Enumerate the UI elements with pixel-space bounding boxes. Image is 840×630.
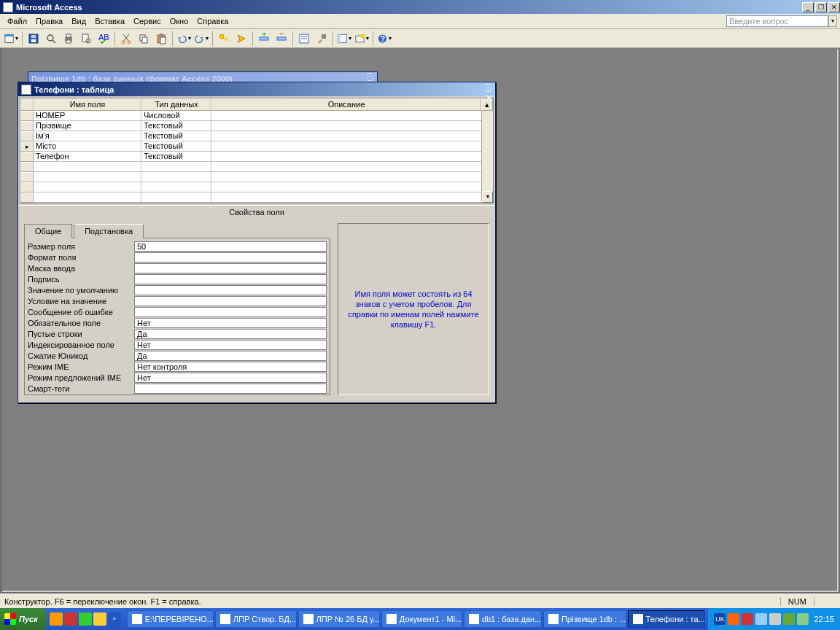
database-window-button[interactable] [336, 31, 352, 47]
taskbar-task[interactable]: ЛПР Створ. БД... [215, 610, 297, 628]
print-preview-button[interactable] [78, 31, 94, 47]
field-name-cell[interactable] [34, 182, 141, 192]
table-row[interactable]: Ім'яТекстовый [20, 131, 493, 141]
field-name-cell[interactable]: НОМЕР [34, 111, 141, 121]
property-value[interactable] [134, 274, 327, 284]
property-value[interactable] [134, 384, 327, 394]
field-type-cell[interactable] [141, 192, 211, 203]
designer-maximize-button[interactable]: □ [486, 85, 492, 93]
close-button[interactable]: ✕ [828, 2, 840, 12]
row-selector-header[interactable] [20, 98, 34, 111]
column-header-name[interactable]: Имя поля [34, 98, 141, 111]
property-value[interactable]: Нет контроля [134, 362, 327, 372]
property-value[interactable] [134, 307, 327, 317]
field-name-cell[interactable] [34, 172, 141, 182]
tab-lookup[interactable]: Подстановка [74, 224, 144, 238]
restore-button[interactable]: ❐ [815, 2, 827, 12]
field-type-cell[interactable]: Текстовый [141, 121, 211, 131]
row-selector[interactable] [20, 121, 34, 131]
field-desc-cell[interactable] [211, 121, 493, 131]
row-selector[interactable] [20, 192, 34, 203]
paste-button[interactable] [153, 31, 169, 47]
taskbar-task[interactable]: ЛПР № 26 БД у... [298, 610, 380, 628]
save-button[interactable] [26, 31, 42, 47]
property-value[interactable]: Нет [134, 318, 327, 328]
row-selector[interactable] [20, 162, 34, 172]
ask-a-question-box[interactable]: Введите вопрос [726, 15, 828, 27]
field-desc-cell[interactable] [211, 182, 493, 192]
field-desc-cell[interactable] [211, 162, 493, 172]
field-desc-cell[interactable] [211, 141, 493, 152]
spellcheck-button[interactable]: ABC [96, 31, 112, 47]
field-desc-cell[interactable] [211, 172, 493, 182]
field-type-cell[interactable] [141, 172, 211, 182]
column-header-desc[interactable]: Описание [211, 98, 481, 111]
tray-icon-5[interactable] [797, 613, 809, 625]
row-selector[interactable] [20, 172, 34, 182]
grid-scrollbar[interactable]: ▾ [481, 111, 493, 203]
ql-icon-1[interactable] [50, 612, 63, 626]
field-name-cell[interactable]: Ім'я [34, 131, 141, 141]
field-type-cell[interactable]: Числовой [141, 111, 211, 121]
taskbar-task[interactable]: db1 : база дан... [464, 610, 542, 628]
table-row[interactable] [20, 172, 493, 182]
tray-icon-1[interactable] [728, 613, 739, 625]
menu-help[interactable]: Справка [192, 15, 233, 27]
menu-file[interactable]: Файл [3, 15, 31, 27]
taskbar-task[interactable]: Прізвище 1db : ... [543, 610, 626, 628]
field-type-cell[interactable] [141, 182, 211, 192]
primary-key-button[interactable] [216, 31, 232, 47]
table-row[interactable]: ПрізвищеТекстовый [20, 121, 493, 131]
field-type-cell[interactable] [141, 162, 211, 172]
tray-volume-icon[interactable] [769, 613, 781, 625]
print-button[interactable] [61, 31, 77, 47]
scroll-down-button[interactable]: ▾ [482, 191, 493, 203]
tray-lang-indicator[interactable]: UK [714, 613, 726, 625]
taskbar-task[interactable]: Документ1 - Mi... [381, 610, 462, 628]
property-value[interactable]: Да [134, 329, 327, 339]
ql-icon-3[interactable] [79, 612, 92, 626]
help-button[interactable]: ? [376, 31, 392, 47]
field-desc-cell[interactable] [211, 111, 493, 121]
db-minimize-button[interactable]: _ [368, 65, 374, 74]
field-name-cell[interactable] [34, 162, 141, 172]
table-row[interactable] [20, 192, 493, 203]
taskbar-task[interactable]: Телефони : та... [628, 610, 706, 628]
property-value[interactable]: Нет [134, 373, 327, 383]
menu-view[interactable]: Вид [67, 15, 90, 27]
menu-window[interactable]: Окно [166, 15, 193, 27]
field-type-cell[interactable]: Текстовый [141, 152, 211, 162]
row-selector[interactable] [20, 152, 34, 162]
tray-icon-2[interactable] [742, 613, 753, 625]
tray-icon-4[interactable] [783, 613, 795, 625]
property-value[interactable]: 50 [134, 241, 327, 252]
row-selector[interactable] [20, 111, 34, 121]
menu-insert[interactable]: Вставка [90, 15, 129, 27]
ql-icon-4[interactable] [93, 612, 106, 626]
build-button[interactable] [314, 31, 330, 47]
field-name-cell[interactable]: Телефон [34, 152, 141, 162]
field-name-cell[interactable]: Місто [34, 141, 141, 152]
table-row[interactable] [20, 182, 493, 192]
ask-dropdown-icon[interactable]: ▾ [828, 15, 837, 27]
property-value[interactable] [134, 263, 327, 273]
field-name-cell[interactable]: Прізвище [34, 121, 141, 131]
search-button[interactable] [43, 31, 59, 47]
field-type-cell[interactable]: Текстовый [141, 141, 211, 152]
taskbar-task[interactable]: E:\ПЕРЕВІРЕНО... [127, 610, 214, 628]
designer-minimize-button[interactable]: _ [486, 76, 492, 85]
ql-icon-2[interactable] [64, 612, 77, 626]
new-object-button[interactable] [354, 31, 370, 47]
table-row[interactable]: ▸МістоТекстовый [20, 141, 493, 152]
tray-clock[interactable]: 22:15 [814, 615, 834, 623]
insert-rows-button[interactable]: + [256, 31, 272, 47]
field-desc-cell[interactable] [211, 152, 493, 162]
field-desc-cell[interactable] [211, 131, 493, 141]
row-selector[interactable] [20, 182, 34, 192]
row-selector[interactable] [20, 131, 34, 141]
minimize-button[interactable]: _ [802, 2, 814, 12]
redo-button[interactable] [193, 31, 209, 47]
property-value[interactable] [134, 285, 327, 295]
indexes-button[interactable] [233, 31, 249, 47]
table-row[interactable] [20, 162, 493, 172]
